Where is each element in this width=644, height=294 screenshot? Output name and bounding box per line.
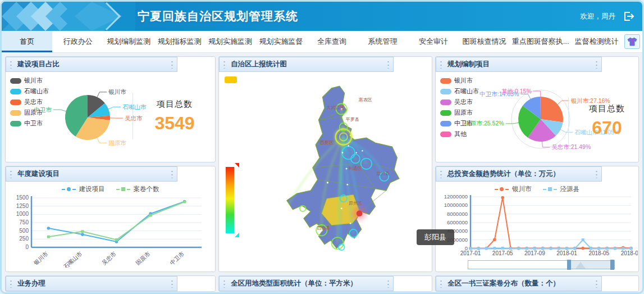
legend-marker [10, 99, 21, 105]
investment-line-legend: 银川市泾源县 [436, 182, 638, 193]
panel-title: 建设项目占比 [6, 57, 177, 72]
x-axis-label: 2017-09 [524, 250, 545, 256]
x-axis-label: 石嘴山市 [62, 250, 84, 268]
legend-item-1[interactable]: 案卷个数 [116, 185, 159, 193]
panel-construction-pie: 建设项目占比 银川市石嘴山市吴忠市固原市中卫市 银川市石嘴山市吴忠市固原市中卫市… [5, 56, 216, 162]
legend-item-2[interactable]: 吴忠市 [440, 98, 479, 106]
panel-title: 规划编制项目 [436, 57, 602, 72]
legend-label: 吴忠市 [454, 98, 473, 106]
datazoom-handle-right[interactable] [610, 260, 614, 270]
tab-6[interactable]: 全库查询 [307, 31, 357, 52]
datazoom-slider[interactable] [468, 260, 615, 269]
tab-0[interactable]: 首页 [2, 31, 52, 52]
x-axis-label: 2018-09 [621, 250, 638, 256]
series-line-建设项目[interactable] [48, 202, 184, 242]
ningxia-map-chart[interactable]: 惠农区大武口区平罗县西夏区利通区盐池县原州区西吉县 [259, 83, 426, 272]
panel-title: 全区用地类型面积统计（单位：平方米） [219, 276, 394, 291]
y-axis-label: 10000000 [444, 202, 468, 208]
legend-label: 吴忠市 [24, 98, 43, 106]
datazoom-handle-left[interactable] [567, 260, 571, 270]
legend-label: 银川市 [454, 76, 473, 85]
dashboard: 建设项目占比 银川市石嘴山市吴忠市固原市中卫市 银川市石嘴山市吴忠市固原市中卫市… [2, 53, 642, 293]
legend-marker [440, 121, 451, 126]
legend-item-5[interactable]: 其他 [440, 130, 479, 138]
top-header: 宁夏回族自治区规划管理系统 欢迎，周丹 [2, 2, 642, 31]
tab-4[interactable]: 规划实施监测 [205, 31, 255, 52]
legend-marker [127, 189, 130, 190]
legend-marker [440, 78, 451, 84]
legend-marker [440, 99, 451, 105]
tab-7[interactable]: 系统管理 [357, 31, 408, 52]
legend-item-2[interactable]: 吴忠市 [10, 98, 49, 106]
panel-landuse: 全区用地类型面积统计（单位：平方米） [218, 275, 432, 292]
map-label-西吉县: 西吉县 [317, 225, 330, 230]
legend-item-4[interactable]: 中卫市 [10, 119, 49, 128]
legend-item-0[interactable]: 银川市 [495, 185, 532, 193]
construction-pie-legend: 银川市石嘴山市吴忠市固原市中卫市 [10, 74, 49, 130]
legend-item-1[interactable]: 石嘴山市 [440, 87, 479, 96]
pie-label: 其他:0.15% [501, 88, 532, 94]
x-axis-label: 吴忠市 [101, 250, 117, 266]
map-tooltip: 彭阳县 [417, 229, 454, 245]
legend-label: 中卫市 [454, 119, 473, 128]
datazoom-selected[interactable] [571, 261, 610, 269]
map-legend-chip[interactable] [225, 76, 237, 83]
tshirt-icon [627, 37, 637, 46]
legend-item-0[interactable]: 银川市 [10, 76, 49, 85]
x-axis-label: 银川市 [33, 250, 49, 266]
panel-planning-pie: 规划编制项目 银川市石嘴山市吴忠市固原市中卫市其他 银川市:27.16%石嘴山市… [435, 56, 639, 162]
welcome-user-text: 欢迎，周丹 [581, 12, 616, 21]
legend-marker [116, 189, 120, 190]
legend-item-3[interactable]: 固原市 [440, 108, 479, 117]
tab-3[interactable]: 规划指标监测 [154, 31, 204, 52]
logout-icon[interactable] [622, 10, 634, 22]
x-axis-label: 中卫市 [168, 250, 185, 266]
tab-strip: 首页行政办公规划编制监测规划指标监测规划实施监测规划实施监督全库查询系统管理安全… [2, 31, 622, 52]
investment-line-chart[interactable]: 0200000040000006000000800000010000000120… [436, 193, 638, 257]
legend-item-3[interactable]: 固原市 [10, 108, 49, 117]
tab-2[interactable]: 规划编制监测 [103, 31, 154, 52]
legend-label: 其他 [454, 130, 467, 138]
theme-switcher-button[interactable] [624, 34, 640, 49]
annual-line-chart[interactable]: 0250500750100012501500银川市石嘴山市吴忠市固原市中卫市 [6, 193, 211, 268]
legend-marker [500, 187, 504, 191]
legend-item-4[interactable]: 中卫市 [440, 119, 479, 128]
legend-marker [543, 189, 546, 190]
tab-1[interactable]: 行政办公 [52, 31, 103, 52]
hotspot-red[interactable] [353, 206, 367, 220]
legend-item-1[interactable]: 石嘴山市 [10, 87, 49, 96]
map-label-西夏区: 西夏区 [320, 140, 334, 145]
map-label-惠农区: 惠农区 [358, 97, 372, 102]
tab-9[interactable]: 图斑核查情况 [459, 31, 509, 52]
series-line-案卷个数[interactable] [48, 202, 184, 240]
tab-10[interactable]: 重点图斑督察执... [510, 31, 572, 52]
legend-marker [10, 110, 21, 116]
planning-total: 项目总数 670 [568, 98, 636, 144]
total-value: 670 [578, 117, 636, 138]
tab-8[interactable]: 安全审计 [408, 31, 459, 52]
tab-5[interactable]: 规划实施监督 [255, 31, 306, 52]
visualmap-handle-top[interactable] [235, 163, 239, 168]
legend-item-1[interactable]: 泾源县 [543, 185, 580, 193]
y-axis-label: 250 [19, 236, 29, 242]
legend-marker [10, 78, 21, 84]
y-axis-label: 1250 [16, 203, 29, 209]
legend-label: 建设项目 [79, 185, 105, 193]
legend-marker [62, 189, 65, 190]
y-axis-label: 500 [19, 228, 29, 234]
legend-label: 石嘴山市 [454, 87, 479, 96]
legend-item-0[interactable]: 建设项目 [62, 185, 105, 193]
map-label-平罗县: 平罗县 [346, 117, 359, 122]
tab-11[interactable]: 监督检测统计 [572, 31, 622, 52]
legend-item-0[interactable]: 银川市 [440, 76, 479, 85]
y-axis-label: 12000000 [444, 193, 468, 200]
annual-line-legend: 建设项目案卷个数 [6, 182, 215, 193]
panel-investment-line: 总投资金额趋势统计（单位：万元） 银川市泾源县 0200000040000006… [435, 166, 639, 272]
visualmap-handle-bottom[interactable] [235, 233, 239, 237]
y-axis-label: 750 [19, 219, 29, 225]
panel-title: 全区一书三证案卷分布（数量：个） [436, 276, 602, 291]
legend-marker [440, 132, 451, 137]
pie-slice-银川市[interactable] [541, 97, 563, 122]
datazoom-unselected[interactable] [468, 261, 567, 269]
map-visualmap-gradient[interactable] [226, 167, 234, 233]
